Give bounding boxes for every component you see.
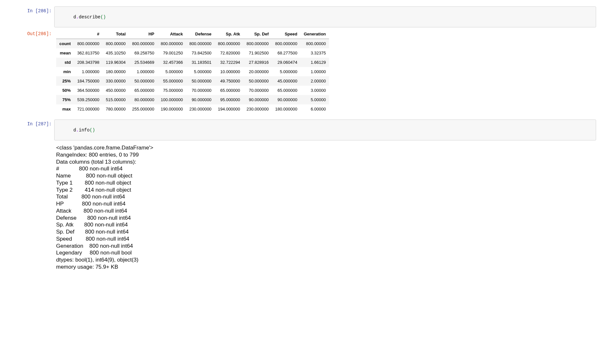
table-cell: 800.000000 (215, 39, 244, 49)
table-cell: 5.00000 (301, 95, 329, 104)
table-cell: 100.000000 (157, 95, 186, 104)
info-text-output: <class 'pandas.core.frame.DataFrame'> Ra… (56, 142, 596, 271)
table-cell: 800.000000 (272, 39, 301, 49)
table-column-header: Sp. Atk (215, 29, 244, 39)
row-label: std (56, 58, 74, 67)
table-cell: 49.750000 (215, 76, 244, 86)
table-header-row: #TotalHPAttackDefenseSp. AtkSp. DefSpeed… (56, 29, 329, 39)
table-cell: 194.000000 (215, 104, 244, 114)
code-method: describe (79, 14, 100, 20)
row-label: count (56, 39, 74, 49)
table-cell: 255.000000 (129, 104, 158, 114)
table-cell: 1.000000 (74, 67, 103, 76)
table-column-header: Defense (186, 29, 215, 39)
code-input[interactable]: d.info() (54, 120, 596, 140)
table-column-header (56, 29, 74, 39)
table-column-header: # (74, 29, 103, 39)
input-prompt: In [286]: (13, 6, 54, 15)
table-column-header: HP (129, 29, 158, 39)
code-identifier: d (73, 128, 76, 133)
table-cell: 2.00000 (301, 76, 329, 86)
table-column-header: Total (103, 29, 129, 39)
table-cell: 55.000000 (157, 76, 186, 86)
table-column-header: Sp. Def (243, 29, 272, 39)
table-cell: 90.000000 (186, 95, 215, 104)
code-dot: . (76, 128, 79, 133)
code-parens: () (100, 14, 106, 20)
table-column-header: Speed (272, 29, 301, 39)
table-cell: 800.000000 (157, 39, 186, 49)
row-label: 75% (56, 95, 74, 104)
table-cell: 800.000000 (74, 39, 103, 49)
code-identifier: d (73, 14, 76, 20)
empty-prompt (13, 142, 54, 146)
table-cell: 75.000000 (157, 86, 186, 95)
table-cell: 10.000000 (215, 67, 244, 76)
table-cell: 65.000000 (272, 86, 301, 95)
table-cell: 32.722294 (215, 58, 244, 67)
table-cell: 5.000000 (157, 67, 186, 76)
table-cell: 180.000000 (272, 104, 301, 114)
table-cell: 780.00000 (103, 104, 129, 114)
table-cell: 90.000000 (272, 95, 301, 104)
table-cell: 29.060474 (272, 58, 301, 67)
table-cell: 5.000000 (272, 67, 301, 76)
text-output-area: <class 'pandas.core.frame.DataFrame'> Ra… (54, 142, 596, 271)
table-cell: 1.66129 (301, 58, 329, 67)
table-cell: 721.000000 (74, 104, 103, 114)
table-cell: 65.000000 (215, 86, 244, 95)
table-cell: 6.00000 (301, 104, 329, 114)
table-cell: 800.000000 (243, 39, 272, 49)
row-label: 50% (56, 86, 74, 95)
table-cell: 27.828916 (243, 58, 272, 67)
table-row: 50%364.500000450.0000065.00000075.000000… (56, 86, 329, 95)
table-row: max721.000000780.00000255.000000190.0000… (56, 104, 329, 114)
table-cell: 184.750000 (74, 76, 103, 86)
input-cell-287: In [287]: d.info() (13, 120, 596, 140)
output-cell-287: <class 'pandas.core.frame.DataFrame'> Ra… (13, 142, 596, 271)
code-parens: () (90, 128, 95, 133)
table-cell: 50.000000 (243, 76, 272, 86)
table-cell: 450.00000 (103, 86, 129, 95)
dataframe-output: #TotalHPAttackDefenseSp. AtkSp. DefSpeed… (54, 29, 596, 114)
table-cell: 70.000000 (243, 86, 272, 95)
table-cell: 800.00000 (301, 39, 329, 49)
table-cell: 68.277500 (272, 48, 301, 58)
table-row: min1.000000180.000001.0000005.0000005.00… (56, 67, 329, 76)
row-label: 25% (56, 76, 74, 86)
table-cell: 230.000000 (186, 104, 215, 114)
table-cell: 90.000000 (243, 95, 272, 104)
table-cell: 230.000000 (243, 104, 272, 114)
code-method: info (79, 128, 90, 133)
table-cell: 72.820000 (215, 48, 244, 58)
code-dot: . (76, 14, 79, 20)
table-cell: 515.00000 (103, 95, 129, 104)
table-cell: 1.00000 (301, 67, 329, 76)
table-cell: 45.000000 (272, 76, 301, 86)
table-column-header: Generation (301, 29, 329, 39)
table-cell: 435.10250 (103, 48, 129, 58)
table-cell: 50.000000 (129, 76, 158, 86)
table-cell: 79.001250 (157, 48, 186, 58)
output-cell-286: Out[286]: #TotalHPAttackDefenseSp. AtkSp… (13, 29, 596, 114)
table-cell: 20.000000 (243, 67, 272, 76)
table-cell: 539.250000 (74, 95, 103, 104)
table-cell: 80.000000 (129, 95, 158, 104)
table-cell: 208.343798 (74, 58, 103, 67)
table-cell: 3.32375 (301, 48, 329, 58)
describe-table: #TotalHPAttackDefenseSp. AtkSp. DefSpeed… (56, 29, 329, 114)
table-cell: 800.000000 (186, 39, 215, 49)
input-cell-286: In [286]: d.describe() (13, 6, 596, 27)
table-cell: 362.813750 (74, 48, 103, 58)
table-cell: 25.534669 (129, 58, 158, 67)
table-cell: 69.258750 (129, 48, 158, 58)
table-cell: 95.000000 (215, 95, 244, 104)
output-prompt: Out[286]: (13, 29, 54, 38)
table-cell: 364.500000 (74, 86, 103, 95)
table-cell: 31.183501 (186, 58, 215, 67)
table-row: 25%184.750000330.0000050.00000055.000000… (56, 76, 329, 86)
row-label: min (56, 67, 74, 76)
table-cell: 5.000000 (186, 67, 215, 76)
code-input[interactable]: d.describe() (54, 6, 596, 27)
table-cell: 71.902500 (243, 48, 272, 58)
